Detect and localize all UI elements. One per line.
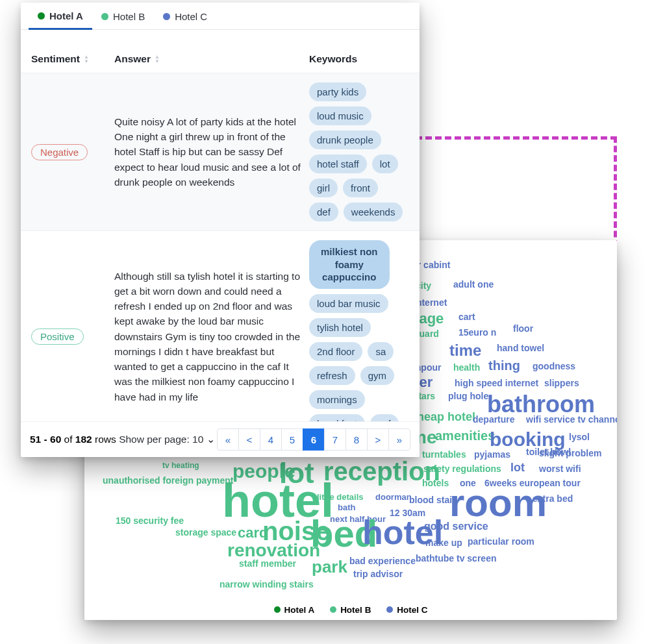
sentiment-badge: Negative [31,144,88,160]
keyword-pill[interactable]: def [309,203,338,221]
cloud-word[interactable]: hand towel [497,343,544,353]
table-headers: Sentiment ▲▼ Answer ▲▼ Keywords [21,30,420,73]
keyword-pill[interactable]: front [343,179,378,197]
cloud-word[interactable]: reception [323,457,440,486]
cloud-word[interactable]: staff member [239,558,296,569]
cloud-word[interactable]: park [312,557,347,577]
tab-hotel-a[interactable]: Hotel A [29,3,92,30]
cloud-word[interactable]: trip advisor [353,569,403,579]
header-sentiment[interactable]: Sentiment ▲▼ [31,53,114,65]
keyword-pill[interactable]: refresh [309,366,355,385]
keyword-pill[interactable]: tylish hotel [309,318,371,337]
legend-dot-icon [274,606,281,613]
page-button[interactable]: 7 [324,428,346,451]
per-page-label: Show per page: 10 [119,434,203,445]
legend-hotel-b[interactable]: Hotel B [330,605,371,615]
header-label: Keywords [309,53,357,65]
table-row: NegativeQuite noisy A lot of party kids … [21,73,420,231]
sort-icon[interactable]: ▲▼ [84,55,89,64]
cloud-word[interactable]: tv heating [162,461,199,470]
page-button[interactable]: 5 [281,428,303,451]
cloud-word[interactable]: departure [473,414,515,425]
cloud-word[interactable]: make up [425,538,462,548]
keyword-pill[interactable]: caf [370,414,399,422]
legend-label: Hotel C [397,605,427,615]
page-button[interactable]: > [367,428,389,451]
tab-hotel-b[interactable]: Hotel B [92,3,154,29]
keyword-pill[interactable]: sa [368,342,394,361]
cloud-word[interactable]: bathtube tv screen [416,553,496,564]
page-button[interactable]: < [238,428,260,451]
tab-label: Hotel B [113,11,145,22]
cloud-word[interactable]: good service [424,521,488,532]
keyword-pill[interactable]: 2nd floor [309,342,362,361]
cloud-word[interactable]: 150 security fee [116,515,184,526]
cloud-word[interactable]: particular room [468,536,534,547]
keyword-pill[interactable]: hotel staff [309,155,367,173]
page-button[interactable]: 4 [260,428,282,451]
cloud-word[interactable]: lysol [569,432,590,442]
cloud-word[interactable]: high speed internet [455,378,538,388]
cloud-word[interactable]: doorman [375,492,412,502]
cloud-word[interactable]: slippers [544,378,579,388]
cloud-word[interactable]: pyjamas [474,449,510,460]
keyword-pill[interactable]: mornings [309,390,365,409]
cloud-word[interactable]: worst wifi [539,464,581,474]
tab-dot-icon [38,12,45,19]
cloud-word[interactable]: adult one [453,279,494,290]
tab-label: Hotel A [49,10,83,21]
tab-label: Hotel C [175,11,207,22]
keyword-pill[interactable]: loud bar music [309,294,388,313]
header-answer[interactable]: Answer ▲▼ [114,53,309,65]
keyword-pill[interactable]: weekends [344,203,403,221]
cloud-word[interactable]: amenities [435,428,495,443]
legend-label: Hotel A [284,605,315,615]
cloud-word[interactable]: health [453,362,480,373]
sentiment-cell: Negative [31,82,114,221]
cloud-word[interactable]: unauthorised foreign payment [103,475,233,486]
page-button[interactable]: » [388,428,410,451]
row-range: 51 - 60 of 182 rows [30,434,116,445]
cloud-word[interactable]: floor [513,323,533,334]
tab-dot-icon [101,13,108,20]
keyword-pill[interactable]: loud music [309,106,371,125]
page-button[interactable]: 8 [345,428,368,451]
cloud-word[interactable]: slight problem [539,448,601,458]
keyword-pill[interactable]: milkiest nonfoamycappuccino [309,240,390,289]
cloud-word[interactable]: thing [488,358,520,373]
keyword-pill[interactable]: lot [372,155,398,173]
chevron-down-icon: ⌄ [207,434,215,445]
table-rows[interactable]: NegativeQuite noisy A lot of party kids … [21,73,420,421]
keyword-pill[interactable]: girl [309,179,338,197]
cloud-word[interactable]: time [449,341,481,360]
legend-hotel-a[interactable]: Hotel A [274,605,315,615]
cloud-word[interactable]: lot [510,461,525,475]
cloud-word[interactable]: bath [338,502,355,512]
page-button[interactable]: 6 [303,428,325,451]
cloud-word[interactable]: wifi service tv channels [526,414,617,425]
cloud-word[interactable]: cheap hotel [410,410,475,424]
cloud-word[interactable]: narrow winding stairs [220,579,314,589]
keyword-pill[interactable]: party kids [309,82,366,101]
tab-dot-icon [163,13,170,20]
per-page-select[interactable]: Show per page: 10 ⌄ [119,434,214,445]
header-label: Sentiment [31,53,80,65]
cloud-word[interactable]: goodness [533,361,575,371]
tab-hotel-c[interactable]: Hotel C [154,3,216,29]
cloud-word[interactable]: extra bed [533,493,573,504]
cloud-word[interactable]: storage space [175,527,236,538]
page-button[interactable]: « [217,428,239,451]
cloud-word[interactable]: plug hole [448,391,488,401]
cloud-word[interactable]: little details [317,492,364,502]
cloud-word[interactable]: 15euro n [458,327,496,338]
legend-hotel-c[interactable]: Hotel C [386,605,427,615]
sentiment-badge: Positive [31,328,84,345]
cloud-word[interactable]: cart [458,312,475,322]
table-footer: 51 - 60 of 182 rows Show per page: 10 ⌄ … [21,421,420,457]
keyword-pill[interactable]: drunk people [309,130,381,149]
cloud-word[interactable]: bad experience [349,556,416,566]
keyword-pill[interactable]: gym [360,366,394,385]
sort-icon[interactable]: ▲▼ [155,55,160,64]
keyword-pill[interactable]: breakfast [309,414,365,422]
answer-cell: Although still sa tylish hotel it is sta… [114,240,309,421]
